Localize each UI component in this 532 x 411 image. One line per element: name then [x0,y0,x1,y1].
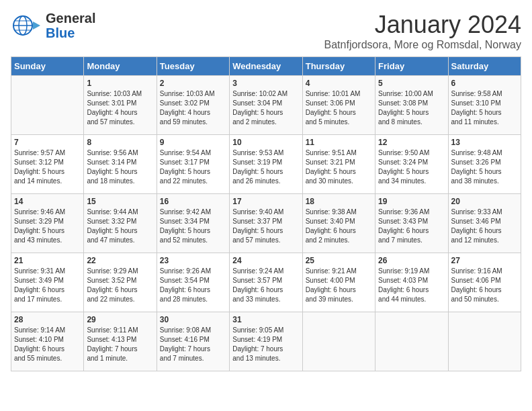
day-number: 30 [160,315,226,324]
day-info: Sunrise: 9:40 AMSunset: 3:37 PMDaylight:… [232,208,299,245]
svg-marker-5 [33,21,40,30]
day-number: 11 [306,138,372,147]
day-info: Sunrise: 9:16 AMSunset: 4:06 PMDaylight:… [451,267,518,304]
calendar-body: 1Sunrise: 10:03 AMSunset: 3:01 PMDayligh… [11,76,521,371]
day-number: 31 [232,315,299,324]
calendar-cell: 24Sunrise: 9:24 AMSunset: 3:57 PMDayligh… [230,253,302,312]
day-number: 2 [160,79,226,88]
week-row-3: 14Sunrise: 9:46 AMSunset: 3:29 PMDayligh… [11,194,521,253]
week-row-5: 28Sunrise: 9:14 AMSunset: 4:10 PMDayligh… [11,312,521,371]
day-number: 21 [14,256,81,265]
calendar-cell: 6Sunrise: 9:58 AMSunset: 3:10 PMDaylight… [448,76,521,135]
day-number: 6 [451,79,518,88]
calendar-cell: 12Sunrise: 9:50 AMSunset: 3:24 PMDayligh… [375,135,448,194]
calendar-cell: 31Sunrise: 9:05 AMSunset: 4:19 PMDayligh… [230,312,302,371]
day-info: Sunrise: 9:53 AMSunset: 3:19 PMDaylight:… [232,148,299,186]
day-info: Sunrise: 9:33 AMSunset: 3:46 PMDaylight:… [451,208,518,245]
day-info: Sunrise: 9:58 AMSunset: 3:10 PMDaylight:… [451,89,518,127]
logo-blue: Blue [46,26,95,40]
day-info: Sunrise: 9:38 AMSunset: 3:40 PMDaylight:… [306,208,372,245]
location-subtitle: Batnfjordsora, More og Romsdal, Norway [324,39,521,51]
calendar-cell: 22Sunrise: 9:29 AMSunset: 3:52 PMDayligh… [84,253,157,312]
header-thursday: Thursday [302,57,375,76]
week-row-4: 21Sunrise: 9:31 AMSunset: 3:49 PMDayligh… [11,253,521,312]
day-number: 24 [232,256,299,265]
day-number: 18 [306,197,372,206]
day-number: 12 [378,138,445,147]
day-number: 4 [306,79,372,88]
calendar-cell: 14Sunrise: 9:46 AMSunset: 3:29 PMDayligh… [11,194,84,253]
day-info: Sunrise: 9:05 AMSunset: 4:19 PMDaylight:… [232,326,299,363]
logo-icon [11,13,40,36]
day-number: 19 [378,197,445,206]
day-number: 23 [160,256,226,265]
calendar-cell: 3Sunrise: 10:02 AMSunset: 3:04 PMDayligh… [230,76,302,135]
day-info: Sunrise: 9:24 AMSunset: 3:57 PMDaylight:… [232,267,299,304]
page-header: General Blue January 2024 Batnfjordsora,… [11,11,521,51]
logo: General Blue [11,11,95,40]
day-number: 5 [378,79,445,88]
calendar-cell: 8Sunrise: 9:56 AMSunset: 3:14 PMDaylight… [84,135,157,194]
calendar-cell: 5Sunrise: 10:00 AMSunset: 3:08 PMDayligh… [375,76,448,135]
day-number: 20 [451,197,518,206]
day-info: Sunrise: 9:51 AMSunset: 3:21 PMDaylight:… [306,148,372,186]
calendar-cell: 2Sunrise: 10:03 AMSunset: 3:02 PMDayligh… [157,76,229,135]
calendar-cell: 26Sunrise: 9:19 AMSunset: 4:03 PMDayligh… [375,253,448,312]
calendar-cell: 1Sunrise: 10:03 AMSunset: 3:01 PMDayligh… [84,76,157,135]
day-info: Sunrise: 9:11 AMSunset: 4:13 PMDaylight:… [87,326,153,363]
day-info: Sunrise: 9:42 AMSunset: 3:34 PMDaylight:… [160,208,226,245]
header-monday: Monday [84,57,157,76]
day-info: Sunrise: 10:03 AMSunset: 3:01 PMDaylight… [87,89,153,127]
calendar-cell: 7Sunrise: 9:57 AMSunset: 3:12 PMDaylight… [11,135,84,194]
day-number: 9 [160,138,226,147]
calendar-cell: 4Sunrise: 10:01 AMSunset: 3:06 PMDayligh… [302,76,375,135]
day-number: 22 [87,256,153,265]
week-row-1: 1Sunrise: 10:03 AMSunset: 3:01 PMDayligh… [11,76,521,135]
calendar-cell [11,76,84,135]
day-info: Sunrise: 9:44 AMSunset: 3:32 PMDaylight:… [87,208,153,245]
day-info: Sunrise: 9:08 AMSunset: 4:16 PMDaylight:… [160,326,226,363]
header-friday: Friday [375,57,448,76]
day-info: Sunrise: 9:48 AMSunset: 3:26 PMDaylight:… [451,148,518,186]
day-info: Sunrise: 10:01 AMSunset: 3:06 PMDaylight… [306,89,372,127]
calendar-cell: 20Sunrise: 9:33 AMSunset: 3:46 PMDayligh… [448,194,521,253]
day-number: 3 [232,79,299,88]
calendar-cell: 16Sunrise: 9:42 AMSunset: 3:34 PMDayligh… [157,194,229,253]
day-info: Sunrise: 9:56 AMSunset: 3:14 PMDaylight:… [87,148,153,186]
day-info: Sunrise: 9:36 AMSunset: 3:43 PMDaylight:… [378,208,445,245]
header-wednesday: Wednesday [230,57,302,76]
calendar-cell [302,312,375,371]
day-number: 26 [378,256,445,265]
calendar-cell: 10Sunrise: 9:53 AMSunset: 3:19 PMDayligh… [230,135,302,194]
calendar-table: SundayMondayTuesdayWednesdayThursdayFrid… [11,56,521,371]
calendar-cell: 21Sunrise: 9:31 AMSunset: 3:49 PMDayligh… [11,253,84,312]
calendar-cell: 11Sunrise: 9:51 AMSunset: 3:21 PMDayligh… [302,135,375,194]
day-number: 1 [87,79,153,88]
calendar-cell: 27Sunrise: 9:16 AMSunset: 4:06 PMDayligh… [448,253,521,312]
calendar-cell: 15Sunrise: 9:44 AMSunset: 3:32 PMDayligh… [84,194,157,253]
day-info: Sunrise: 10:03 AMSunset: 3:02 PMDaylight… [160,89,226,127]
calendar-cell [448,312,521,371]
day-number: 7 [14,138,81,147]
day-info: Sunrise: 9:57 AMSunset: 3:12 PMDaylight:… [14,148,81,186]
day-info: Sunrise: 9:46 AMSunset: 3:29 PMDaylight:… [14,208,81,245]
day-info: Sunrise: 9:14 AMSunset: 4:10 PMDaylight:… [14,326,81,363]
day-info: Sunrise: 9:50 AMSunset: 3:24 PMDaylight:… [378,148,445,186]
day-number: 8 [87,138,153,147]
header-tuesday: Tuesday [157,57,229,76]
day-number: 25 [306,256,372,265]
day-info: Sunrise: 9:54 AMSunset: 3:17 PMDaylight:… [160,148,226,186]
day-number: 28 [14,315,81,324]
calendar-cell: 18Sunrise: 9:38 AMSunset: 3:40 PMDayligh… [302,194,375,253]
day-number: 10 [232,138,299,147]
header-row: SundayMondayTuesdayWednesdayThursdayFrid… [11,57,521,76]
day-info: Sunrise: 9:21 AMSunset: 4:00 PMDaylight:… [306,267,372,304]
header-saturday: Saturday [448,57,521,76]
day-info: Sunrise: 10:02 AMSunset: 3:04 PMDaylight… [232,89,299,127]
calendar-cell: 25Sunrise: 9:21 AMSunset: 4:00 PMDayligh… [302,253,375,312]
day-info: Sunrise: 9:26 AMSunset: 3:54 PMDaylight:… [160,267,226,304]
day-number: 15 [87,197,153,206]
calendar-cell: 29Sunrise: 9:11 AMSunset: 4:13 PMDayligh… [84,312,157,371]
day-info: Sunrise: 9:31 AMSunset: 3:49 PMDaylight:… [14,267,81,304]
day-info: Sunrise: 10:00 AMSunset: 3:08 PMDaylight… [378,89,445,127]
